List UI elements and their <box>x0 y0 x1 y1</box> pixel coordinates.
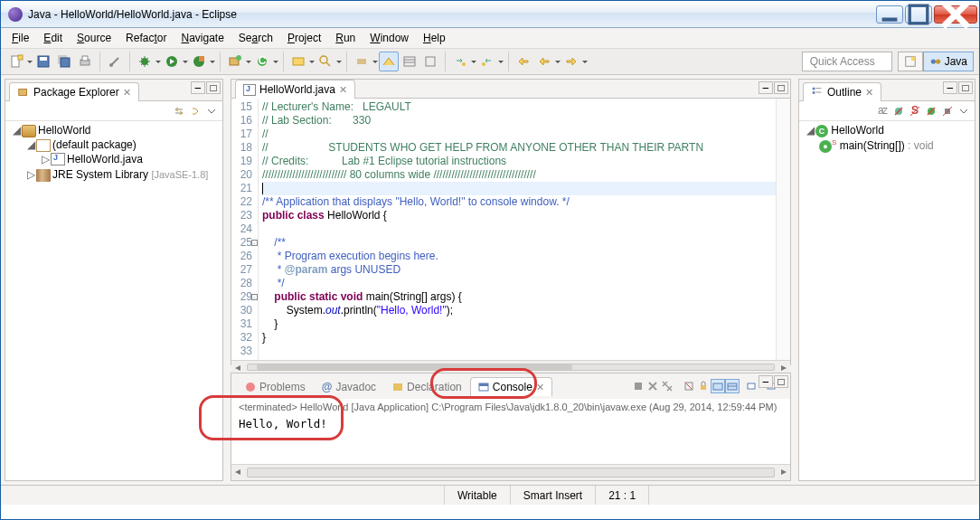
menu-help[interactable]: Help <box>418 30 451 46</box>
search-dropdown[interactable] <box>336 52 342 71</box>
tree-java-file[interactable]: ▷HelloWorld.java <box>40 152 221 167</box>
open-type-button[interactable] <box>288 52 308 71</box>
close-icon[interactable]: ✕ <box>536 382 544 393</box>
javadoc-tab[interactable]: @Javadoc <box>314 377 384 396</box>
save-all-button[interactable] <box>54 52 74 71</box>
run-dropdown[interactable] <box>183 52 188 71</box>
overview-ruler[interactable] <box>776 99 790 360</box>
close-icon[interactable]: ✕ <box>123 87 131 99</box>
save-button[interactable] <box>33 52 53 71</box>
menu-search[interactable]: Search <box>233 30 278 46</box>
tree-project[interactable]: ◢HelloWorld ◢(default package) ▷HelloWor… <box>11 123 221 184</box>
menu-file[interactable]: File <box>6 30 34 46</box>
remove-launch-button[interactable] <box>645 379 660 393</box>
menu-run[interactable]: Run <box>330 30 361 46</box>
new-button[interactable] <box>6 52 26 71</box>
forward-dropdown[interactable] <box>582 52 588 71</box>
last-edit-button[interactable] <box>514 52 533 71</box>
close-button[interactable] <box>934 5 977 24</box>
back-button[interactable] <box>534 52 554 71</box>
hide-fields-button[interactable] <box>891 104 906 118</box>
remove-all-button[interactable] <box>660 379 674 393</box>
editor-tab[interactable]: HelloWorld.java ✕ <box>235 80 355 99</box>
maximize-button[interactable] <box>905 5 932 24</box>
code-editor[interactable]: 1516171819202122232425-26272829-30313233… <box>231 99 790 360</box>
menu-refactor[interactable]: Refactor <box>120 30 172 46</box>
quick-access-input[interactable]: Quick Access <box>802 52 892 71</box>
view-menu-button[interactable] <box>204 104 219 118</box>
code-area[interactable]: // Lecturer's Name: LEGAULT // Lab Secti… <box>259 99 776 360</box>
debug-dropdown[interactable] <box>155 52 161 71</box>
menu-navigate[interactable]: Navigate <box>175 30 229 46</box>
package-explorer-tree[interactable]: ◢HelloWorld ◢(default package) ▷HelloWor… <box>5 121 222 480</box>
display-console-button[interactable] <box>725 379 740 393</box>
collapse-all-button[interactable] <box>172 104 186 118</box>
new-class-dropdown[interactable] <box>273 52 278 71</box>
console-maximize-button[interactable]: □ <box>774 375 788 388</box>
coverage-button[interactable] <box>189 52 209 71</box>
new-package-button[interactable] <box>225 52 245 71</box>
open-perspective-button[interactable] <box>898 52 923 71</box>
forward-button[interactable] <box>561 52 581 71</box>
close-icon[interactable]: ✕ <box>865 87 873 99</box>
console-output[interactable]: Hello, World! <box>231 415 790 464</box>
sort-button[interactable]: az <box>875 104 890 118</box>
tree-default-package[interactable]: ◢(default package) ▷HelloWorld.java <box>25 137 221 168</box>
close-icon[interactable]: ✕ <box>339 84 347 96</box>
console-scrollbar[interactable]: ◂▸ <box>231 464 790 480</box>
build-button[interactable] <box>105 52 125 71</box>
search-button[interactable] <box>316 52 335 71</box>
java-perspective-button[interactable]: Java <box>923 52 974 71</box>
package-explorer-tab[interactable]: Package Explorer ✕ <box>9 82 139 101</box>
print-button[interactable] <box>75 52 95 71</box>
outline-tree[interactable]: ◢C HelloWorld ●S main(String[]) : void <box>799 121 975 480</box>
hide-static-button[interactable]: S <box>908 104 922 118</box>
new-package-dropdown[interactable] <box>246 52 251 71</box>
clear-console-button[interactable] <box>682 379 696 393</box>
minimize-button[interactable] <box>876 5 903 24</box>
view-minimize-button[interactable]: ‒ <box>191 81 205 94</box>
editor-maximize-button[interactable]: □ <box>774 81 788 94</box>
outline-method[interactable]: ●S main(String[]) : void <box>819 137 973 154</box>
menu-window[interactable]: Window <box>364 30 414 46</box>
menu-source[interactable]: Source <box>71 30 117 46</box>
next-annotation-button[interactable] <box>450 52 470 71</box>
debug-button[interactable] <box>135 52 155 71</box>
new-class-button[interactable]: C <box>252 52 272 71</box>
back-dropdown[interactable] <box>555 52 561 71</box>
open-task-dropdown[interactable] <box>372 52 378 71</box>
menu-edit[interactable]: Edit <box>38 30 68 46</box>
horizontal-scrollbar[interactable]: ◂▸ <box>231 360 790 373</box>
toggle-mark-button[interactable] <box>379 52 399 71</box>
hide-nonpublic-button[interactable] <box>924 104 938 118</box>
declaration-tab[interactable]: Declaration <box>384 377 470 396</box>
outline-maximize-button[interactable]: □ <box>958 81 973 94</box>
outline-menu-button[interactable] <box>956 104 971 118</box>
terminate-button[interactable] <box>631 379 645 393</box>
prev-annotation-dropdown[interactable] <box>498 52 504 71</box>
run-button[interactable] <box>162 52 182 71</box>
toggle-block-button[interactable] <box>400 52 419 71</box>
hide-local-button[interactable] <box>940 104 955 118</box>
scroll-lock-button[interactable] <box>696 379 711 393</box>
outline-tab[interactable]: Outline ✕ <box>803 82 881 101</box>
coverage-dropdown[interactable] <box>210 52 215 71</box>
line-gutter[interactable]: 1516171819202122232425-26272829-30313233 <box>231 99 259 360</box>
menu-project[interactable]: Project <box>282 30 326 46</box>
problems-tab[interactable]: Problems <box>237 377 314 396</box>
view-maximize-button[interactable]: □ <box>206 81 221 94</box>
outline-class[interactable]: ◢C HelloWorld ●S main(String[]) : void <box>805 123 973 155</box>
outline-minimize-button[interactable]: ‒ <box>943 81 957 94</box>
next-annotation-dropdown[interactable] <box>471 52 476 71</box>
pin-console-button[interactable] <box>711 379 725 393</box>
new-dropdown[interactable] <box>27 52 33 71</box>
open-console-button[interactable] <box>745 379 759 393</box>
show-whitespace-button[interactable] <box>420 52 440 71</box>
console-minimize-button[interactable]: ‒ <box>759 375 773 388</box>
editor-minimize-button[interactable]: ‒ <box>759 81 773 94</box>
tree-jre-library[interactable]: ▷JRE System Library [JavaSE-1.8] <box>25 167 221 183</box>
link-editor-button[interactable] <box>188 104 203 118</box>
open-task-button[interactable] <box>352 52 372 71</box>
open-type-dropdown[interactable] <box>309 52 315 71</box>
console-tab[interactable]: Console✕ <box>470 377 552 396</box>
